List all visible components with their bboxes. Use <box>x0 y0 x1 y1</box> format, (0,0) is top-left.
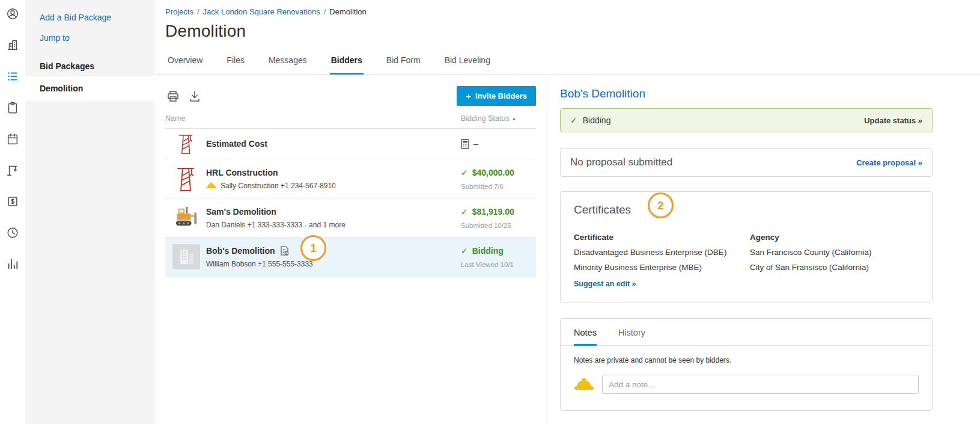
breadcrumb-current: Demolition <box>329 7 366 16</box>
bid-board-icon[interactable] <box>0 64 25 89</box>
app-root: Add a Bid Package Jump to Bid Packages D… <box>0 0 980 424</box>
breadcrumb-project-link[interactable]: Jack London Square Renovations <box>203 7 320 16</box>
certificate-cell: Disadvantaged Business Enterprise (DBE) <box>574 248 750 257</box>
bid-status-meta: Last Viewed 10/1 <box>461 261 536 268</box>
table-row-estimated-cost[interactable]: Estimated Cost – <box>165 129 536 159</box>
certificates-card: Certificates 2 Certificate Agency Disadv… <box>560 191 933 303</box>
column-header-name[interactable]: Name <box>165 114 461 123</box>
notes-tabs: Notes History <box>561 319 932 346</box>
bidders-table-header: Name Bidding Status ▲ <box>165 114 536 129</box>
certificates-title: Certificates <box>574 203 919 217</box>
breadcrumb-projects-link[interactable]: Projects <box>165 7 193 16</box>
table-row-bobs-demolition[interactable]: Bob's Demolition William Bobson +1 555-5… <box>165 238 536 277</box>
bulldozer-icon <box>172 204 200 231</box>
check-icon: ✓ <box>461 246 468 256</box>
bid-amount: $81,919.00 <box>472 207 514 217</box>
add-bid-package-link[interactable]: Add a Bid Package <box>25 7 155 28</box>
update-status-link[interactable]: Update status » <box>864 116 922 125</box>
row-status: ✓ $40,000.00 Submitted 7/6 <box>461 168 536 190</box>
bid-status: Bidding <box>472 246 504 256</box>
sidebar-item-demolition[interactable]: Demolition <box>25 76 155 100</box>
check-icon: ✓ <box>461 207 468 217</box>
bidding-status-banner: ✓ Bidding Update status » <box>560 108 933 132</box>
agency-column-header: Agency <box>750 233 919 242</box>
bidder-contact-text: William Bobson +1 555-555-3333 <box>206 260 313 268</box>
analytics-icon[interactable] <box>0 251 25 277</box>
column-header-bidding-status[interactable]: Bidding Status ▲ <box>461 114 536 123</box>
tab-overview[interactable]: Overview <box>166 55 204 75</box>
create-proposal-link[interactable]: Create proposal » <box>856 158 922 167</box>
history-icon[interactable] <box>0 220 25 245</box>
download-icon <box>189 90 201 102</box>
row-status: ✓ Bidding Last Viewed 10/1 <box>461 246 536 268</box>
table-row-sams-demolition[interactable]: Sam's Demolition Dan Daniels +1 333-333-… <box>165 198 536 238</box>
check-icon: ✓ <box>461 168 468 177</box>
bid-packages-sidebar: Add a Bid Package Jump to Bid Packages D… <box>25 0 155 424</box>
main-area: Projects/Jack London Square Renovations/… <box>155 0 980 424</box>
invite-bidders-label: Invite Bidders <box>475 91 527 100</box>
bidder-contact: Dan Daniels +1 333-333-3333 · and 1 more <box>206 221 461 229</box>
row-main: Bob's Demolition William Bobson +1 555-5… <box>206 246 461 268</box>
bidder-name: Bob's Demolition <box>206 246 275 256</box>
agency-cell: San Francisco County (California) <box>750 248 919 257</box>
tab-bid-leveling[interactable]: Bid Leveling <box>443 55 492 75</box>
bidder-name: HRL Construction <box>206 168 461 177</box>
projects-icon[interactable] <box>0 95 25 120</box>
profile-icon[interactable] <box>0 1 25 26</box>
bid-status-meta: Submitted 10/25 <box>461 222 536 229</box>
breadcrumb: Projects/Jack London Square Renovations/… <box>165 7 980 16</box>
hard-hat-icon <box>206 182 216 189</box>
print-icon <box>166 90 180 102</box>
column-header-bidding-status-label: Bidding Status <box>461 114 510 123</box>
row-status: ✓ $81,919.00 Submitted 10/25 <box>461 207 536 229</box>
tab-files[interactable]: Files <box>225 55 246 75</box>
check-icon: ✓ <box>570 115 577 125</box>
tab-history[interactable]: History <box>618 328 645 346</box>
tab-bidders[interactable]: Bidders <box>330 55 364 75</box>
print-button[interactable] <box>165 89 181 103</box>
download-button[interactable] <box>187 89 202 103</box>
estimates-icon[interactable] <box>0 189 25 214</box>
hard-hat-icon <box>574 376 594 392</box>
jump-to-link[interactable]: Jump to <box>25 28 155 48</box>
bidders-pane: + Invite Bidders Name Bidding Status ▲ <box>155 75 547 424</box>
icon-sidebar <box>0 0 25 424</box>
companies-icon[interactable] <box>0 32 25 58</box>
suggest-edit-link[interactable]: Suggest an edit » <box>574 280 636 288</box>
invite-bidders-button[interactable]: + Invite Bidders <box>457 86 536 106</box>
proposal-doc-icon[interactable] <box>280 246 289 256</box>
notes-privacy-text: Notes are private and cannot be seen by … <box>561 346 932 364</box>
bidder-name: Estimated Cost <box>206 139 461 149</box>
breadcrumb-separator: / <box>197 7 199 16</box>
scaffold-icon <box>172 132 200 155</box>
tab-bid-form[interactable]: Bid Form <box>385 55 422 75</box>
annotation-callout-1: 1 <box>300 235 326 261</box>
tab-notes[interactable]: Notes <box>574 328 597 346</box>
calculator-icon <box>461 139 469 149</box>
sort-asc-icon: ▲ <box>512 116 517 121</box>
proposal-card: No proposal submitted Create proposal » <box>560 148 933 177</box>
tab-messages[interactable]: Messages <box>267 55 308 75</box>
crane-icon[interactable] <box>0 158 25 183</box>
row-main: Sam's Demolition Dan Daniels +1 333-333-… <box>206 207 461 229</box>
content-area: + Invite Bidders Name Bidding Status ▲ <box>155 75 980 424</box>
page-header: Projects/Jack London Square Renovations/… <box>155 0 980 41</box>
plus-icon: + <box>466 91 471 100</box>
row-main: HRL Construction Sally Construction +1 2… <box>206 168 461 190</box>
sidebar-section-title: Bid Packages <box>25 54 155 76</box>
table-row-hrl-construction[interactable]: HRL Construction Sally Construction +1 2… <box>165 159 536 198</box>
bidder-contact-text: Dan Daniels +1 333-333-3333 · and 1 more <box>206 221 345 229</box>
add-note-input[interactable] <box>602 375 919 394</box>
bid-amount: $40,000.00 <box>472 168 514 177</box>
bidder-contact: William Bobson +1 555-555-3333 <box>206 260 461 268</box>
certificates-table: Certificate Agency Disadvantaged Busines… <box>574 233 919 272</box>
certificates-column-header: Certificate <box>574 233 750 242</box>
bidder-detail-title[interactable]: Bob's Demolition <box>560 87 933 100</box>
bidders-toolbar: + Invite Bidders <box>165 86 536 106</box>
row-main: Estimated Cost <box>206 139 461 149</box>
add-note-row <box>561 364 932 394</box>
package-tabs: Overview Files Messages Bidders Bid Form… <box>155 55 980 75</box>
estimated-cost-value: – <box>473 139 478 149</box>
calendar-icon[interactable] <box>0 126 25 152</box>
bidder-detail-pane: Bob's Demolition ✓ Bidding Update status… <box>547 75 980 424</box>
